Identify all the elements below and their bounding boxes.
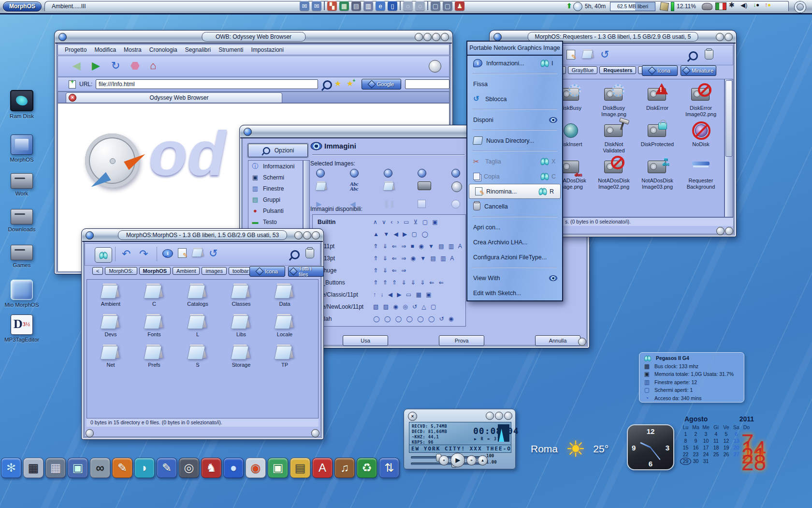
book-icon[interactable]: ▯ bbox=[388, 1, 397, 11]
menu-item[interactable]: Impostazioni bbox=[251, 46, 284, 53]
next-track-button[interactable]: » bbox=[466, 455, 477, 465]
calendar-date[interactable]: 13 bbox=[731, 438, 741, 444]
mui-section-item[interactable]: ▤ Gruppi bbox=[248, 194, 303, 205]
player-button[interactable] bbox=[495, 412, 503, 420]
rename-icon[interactable] bbox=[178, 248, 187, 258]
tab-close-icon[interactable] bbox=[69, 94, 76, 102]
prev-track-button[interactable]: « bbox=[439, 455, 449, 465]
window-close-button[interactable] bbox=[312, 231, 320, 239]
folder-item[interactable]: Prefs bbox=[132, 344, 176, 368]
context-menu-item[interactable]: Fissa bbox=[467, 76, 562, 91]
bookmark-star-icon[interactable]: ★ bbox=[334, 79, 341, 88]
window-resize-gadget[interactable] bbox=[578, 338, 586, 346]
context-menu-item[interactable]: Informazioni... I bbox=[467, 56, 562, 71]
context-menu-item[interactable]: Rinomina... R bbox=[469, 184, 561, 199]
context-menu-item[interactable] bbox=[472, 267, 557, 268]
radio-button-icon[interactable] bbox=[384, 169, 392, 178]
pause-image-icon[interactable]: ❚❚ bbox=[384, 200, 418, 209]
menu-item[interactable]: Cronologia bbox=[149, 46, 177, 53]
trash-icon[interactable] bbox=[705, 50, 713, 60]
window-zoom-gadget[interactable] bbox=[716, 227, 725, 235]
menu-item[interactable]: Modifica bbox=[94, 46, 116, 53]
toy-blocks-icon[interactable]: ▚ bbox=[327, 1, 337, 11]
context-menu-item[interactable]: Cancella bbox=[467, 199, 562, 214]
file-icon-item[interactable]: DiskNotValidated bbox=[593, 120, 635, 154]
binoculars-icon[interactable]: ∞ bbox=[90, 458, 110, 478]
calendar-date[interactable]: 11 bbox=[711, 438, 721, 444]
harddisk-image-icon[interactable] bbox=[418, 181, 431, 190]
pinwheel-icon[interactable]: ✻ bbox=[1, 458, 21, 478]
file-icon-item[interactable]: RequesterBackground bbox=[680, 157, 722, 190]
browser-e-icon[interactable]: e bbox=[376, 1, 385, 11]
disk-mail2-icon[interactable]: ✉ bbox=[312, 1, 321, 11]
folder-item[interactable]: Devs bbox=[89, 314, 132, 338]
undo-icon[interactable]: ↺ bbox=[600, 49, 609, 60]
view-mode-button[interactable]: Icona bbox=[249, 266, 285, 277]
calculator-icon[interactable]: ▤ bbox=[351, 1, 361, 11]
bug-icon[interactable]: ✱ bbox=[729, 1, 735, 9]
folder-item[interactable]: Ambient bbox=[89, 284, 132, 307]
context-menu-item[interactable]: Edit with Sketch... bbox=[467, 285, 562, 300]
font-image-icon[interactable]: AbcAbc bbox=[350, 181, 384, 196]
file-icon-item[interactable]: DiskBusyImage.png bbox=[593, 84, 635, 118]
cdrom-image-icon[interactable] bbox=[451, 181, 462, 192]
card-icon[interactable]: ▦ bbox=[339, 1, 349, 11]
folder-item[interactable]: Fonts bbox=[132, 314, 176, 338]
drawer-image-icon[interactable] bbox=[316, 181, 327, 190]
compass-browser-icon[interactable]: ◉ bbox=[246, 458, 266, 478]
recycle-globe-icon[interactable]: ♻ bbox=[357, 458, 377, 478]
audio-app-icon[interactable]: ♫ bbox=[334, 458, 355, 478]
forward-icon[interactable]: ↷ bbox=[139, 249, 148, 259]
folder-item[interactable]: Catalogs bbox=[176, 284, 219, 307]
view-mode-button[interactable]: Miniature bbox=[681, 65, 716, 76]
image-set-row[interactable]: Builtin ∧ ∨ ‹ › ▭ ⊻ ▢ ▣ bbox=[318, 216, 465, 228]
window-iconify-button[interactable] bbox=[415, 33, 423, 41]
folder-item[interactable]: Storage bbox=[219, 344, 263, 368]
mui-section-item[interactable]: ● Pulsanti bbox=[248, 205, 303, 216]
back-icon[interactable]: ◀ bbox=[72, 60, 81, 71]
ball-icon[interactable]: ● bbox=[223, 458, 244, 478]
calendar-date[interactable]: 28 bbox=[741, 451, 752, 458]
add-bookmark-star-icon[interactable]: ★+ bbox=[347, 79, 353, 88]
calendar-date[interactable]: 8 bbox=[681, 438, 691, 444]
menu-item[interactable]: Segnalibri bbox=[185, 46, 211, 53]
folder-item[interactable]: Data bbox=[263, 284, 306, 307]
context-menu-item[interactable] bbox=[472, 109, 557, 110]
disk-mail-icon[interactable]: ✉ bbox=[300, 1, 309, 11]
calendar-date[interactable]: 4 bbox=[711, 431, 721, 437]
browser-tab[interactable]: Odyssey Web Browser bbox=[66, 92, 282, 103]
path-button[interactable]: Ambient bbox=[173, 267, 200, 275]
mui-section-item[interactable]: ▥ Finestre bbox=[248, 183, 303, 194]
image-set-row[interactable]: st/11pt ⇑ ⇓ ⇐ ⇒ ■ ◉ ▼ ▤ ▥ A bbox=[318, 240, 465, 252]
folder-item[interactable]: C bbox=[132, 284, 176, 307]
window-gem-icon[interactable] bbox=[244, 128, 252, 136]
search-icon[interactable] bbox=[290, 250, 300, 259]
desktop-icon-mp3tageditor[interactable]: D3½ MP3TagEditor bbox=[1, 314, 43, 343]
mui-section-item[interactable]: ▣ Schermi bbox=[248, 172, 303, 183]
annulla-button[interactable]: Annulla bbox=[535, 335, 580, 346]
view-mode-button[interactable]: Tutti i files bbox=[288, 266, 324, 277]
file-icon-item[interactable]: DiskErrorImage02.png bbox=[680, 84, 722, 118]
cd-icon[interactable]: ◌ bbox=[403, 1, 413, 11]
window-iconify-button[interactable] bbox=[294, 231, 303, 239]
stop-image-icon[interactable] bbox=[418, 200, 426, 208]
folder-item[interactable]: L bbox=[176, 314, 219, 338]
window-resize-gadget[interactable] bbox=[725, 227, 733, 235]
info-icon[interactable] bbox=[162, 249, 173, 258]
vertical-scrollbar[interactable] bbox=[725, 79, 733, 217]
radio-button-icon[interactable] bbox=[316, 169, 325, 178]
window-gem-icon[interactable] bbox=[86, 231, 94, 239]
file-window-icon[interactable]: ▣ bbox=[68, 458, 88, 478]
transfer-arrows-icon[interactable]: ⇅ bbox=[379, 458, 399, 478]
calendar-date[interactable]: 24 bbox=[701, 451, 711, 458]
calendar-date[interactable]: 2 bbox=[691, 431, 701, 437]
calendar-date[interactable]: 22 bbox=[681, 451, 691, 458]
folder-item[interactable]: Libs bbox=[219, 314, 263, 338]
window-zoom-button[interactable] bbox=[423, 33, 432, 41]
picture-icon[interactable]: ▣ bbox=[268, 458, 288, 478]
folder-item[interactable]: Net bbox=[89, 344, 132, 368]
calendar-date[interactable]: 9 bbox=[691, 438, 701, 444]
image-set-row[interactable]: x ▲ ▼ ◀ ▶ ▢ ◯ bbox=[318, 228, 465, 240]
calendar-date[interactable]: 6 bbox=[731, 431, 741, 437]
reload-icon[interactable]: ↻ bbox=[111, 60, 120, 71]
